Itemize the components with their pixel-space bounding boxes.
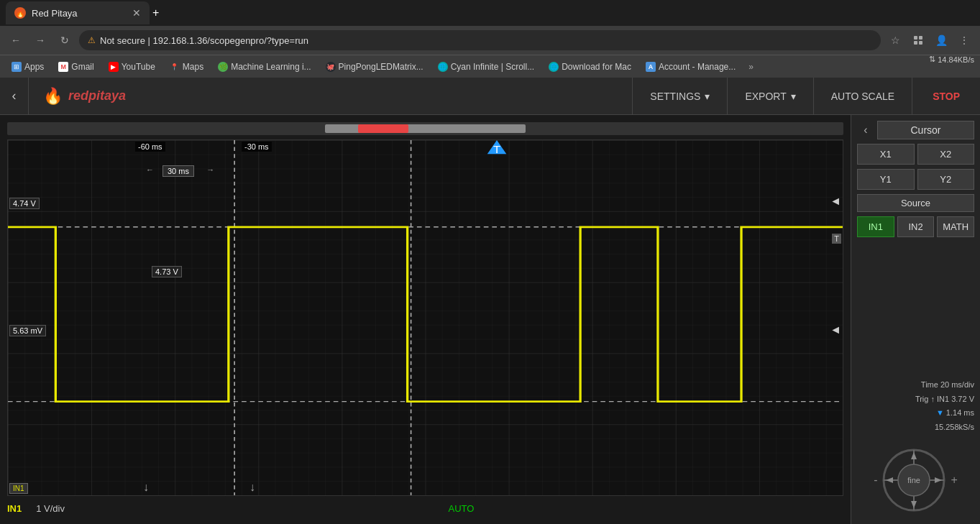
- bookmark-star-icon[interactable]: ☆: [885, 30, 905, 50]
- app-back-button[interactable]: ‹: [0, 78, 29, 115]
- y1-button[interactable]: Y1: [857, 169, 915, 190]
- trig-line-text: Trig ↑ IN1 3.72 V: [915, 395, 974, 403]
- scope-canvas[interactable]: T -60 ms -30 ms 30 ms ← → 4.74 V 4.73 V …: [7, 139, 843, 496]
- logo-text: redpitaya: [68, 88, 126, 104]
- bookmark-download-label: Download for Mac: [562, 62, 631, 72]
- dial-container: fine: [881, 448, 946, 512]
- active-tab[interactable]: 🔥 Red Pitaya ✕: [6, 1, 150, 24]
- download-favicon: 🌐: [549, 62, 559, 72]
- scope-waveform-svg: T: [8, 140, 843, 495]
- stop-label: STOP: [933, 91, 960, 102]
- auto-scale-label: AUTO SCALE: [831, 91, 894, 102]
- profile-icon[interactable]: 👤: [931, 30, 951, 50]
- reload-button[interactable]: ↻: [55, 30, 75, 50]
- voltage-cursor2-label: 4.73 V: [152, 266, 182, 277]
- back-arrow-icon: ‹: [12, 88, 17, 104]
- panel-back-button[interactable]: ‹: [857, 121, 874, 139]
- scope-stats: Time 20 ms/div Trig ↑ IN1 3.72 V ▼ 1.14 …: [857, 378, 974, 435]
- logo-area: 🔥 redpitaya: [29, 87, 632, 106]
- x2-button[interactable]: X2: [917, 144, 975, 165]
- bookmark-account[interactable]: A Account - Manage...: [640, 60, 741, 73]
- in1-source-button[interactable]: IN1: [857, 216, 894, 237]
- bookmark-maps[interactable]: 📍 Maps: [164, 60, 209, 73]
- channel-badge: IN1: [9, 483, 28, 494]
- svg-rect-3: [919, 41, 922, 45]
- bookmark-apps-label: Apps: [24, 62, 44, 72]
- auto-scale-button[interactable]: AUTO SCALE: [813, 78, 912, 115]
- bookmark-youtube[interactable]: ▶ YouTube: [103, 60, 161, 73]
- forward-button[interactable]: →: [30, 30, 50, 50]
- menu-icon[interactable]: ⋮: [954, 30, 974, 50]
- network-speed: ⇅ 14.84KB/s: [929, 55, 974, 64]
- delta-arrow: ← →: [146, 165, 214, 174]
- bookmark-ml[interactable]: 🌿 Machine Learning i...: [212, 60, 316, 73]
- dial-control-area: -: [857, 442, 974, 518]
- account-favicon: A: [646, 62, 656, 72]
- channel-label: IN1: [7, 503, 22, 514]
- bookmarks-more-button[interactable]: »: [744, 60, 758, 73]
- svg-text:T: T: [493, 144, 500, 155]
- vdiv-label: 1 V/div: [36, 503, 65, 514]
- in2-source-button[interactable]: IN2: [897, 216, 935, 237]
- cursor-panel: ‹ Cursor X1 X2 Y1 Y2 Source IN1 IN2 MATH…: [851, 115, 980, 524]
- url-text: Not secure | 192.168.1.36/scopegenpro/?t…: [100, 35, 308, 46]
- svg-marker-21: [935, 477, 942, 483]
- dial-svg[interactable]: fine: [881, 448, 946, 512]
- app-header: ‹ 🔥 redpitaya SETTINGS ▾ EXPORT ▾ AUTO S…: [0, 78, 980, 115]
- extensions-icon[interactable]: [908, 30, 928, 50]
- math-source-button[interactable]: MATH: [937, 216, 974, 237]
- right-t-label: T: [832, 234, 841, 244]
- bookmark-pingpong[interactable]: 🐙 PingPongLEDMatrix...: [320, 60, 429, 73]
- bookmark-apps[interactable]: ⊞ Apps: [6, 60, 50, 73]
- settings-chevron-icon: ▾: [705, 91, 710, 102]
- svg-marker-19: [911, 501, 917, 508]
- header-actions: SETTINGS ▾ EXPORT ▾ AUTO SCALE STOP: [632, 78, 980, 114]
- settings-button[interactable]: SETTINGS ▾: [632, 78, 727, 115]
- bookmark-cyan[interactable]: 🌐 Cyan Infinite | Scroll...: [432, 60, 541, 73]
- bookmark-youtube-label: YouTube: [122, 62, 155, 72]
- bookmark-gmail-label: Gmail: [71, 62, 93, 72]
- minus-button[interactable]: -: [874, 474, 877, 487]
- sample-rate-stat: 15.258kS/s: [857, 420, 974, 435]
- stop-button[interactable]: STOP: [912, 78, 980, 115]
- gmail-favicon: M: [58, 62, 68, 72]
- nav-bar: ← → ↻ ⚠ Not secure | 192.168.1.36/scopeg…: [0, 26, 980, 55]
- timeline-scrollbar[interactable]: [7, 122, 843, 135]
- bookmark-cyan-label: Cyan Infinite | Scroll...: [451, 62, 535, 72]
- youtube-favicon: ▶: [109, 62, 119, 72]
- voltage-low-label: 5.63 mV: [9, 325, 46, 336]
- cursor-x2-bottom: ↓: [249, 481, 255, 494]
- time-div-stat: Time 20 ms/div: [857, 378, 974, 392]
- back-button[interactable]: ←: [6, 30, 26, 50]
- panel-title: Cursor: [877, 121, 974, 139]
- voltage-high-label: 4.74 V: [9, 198, 40, 209]
- cursor-x1-bottom: ↓: [143, 481, 149, 494]
- svg-marker-18: [911, 452, 917, 459]
- trig-stat: Trig ↑ IN1 3.72 V: [857, 392, 974, 407]
- new-tab-button[interactable]: +: [152, 6, 159, 19]
- svg-rect-0: [914, 36, 917, 40]
- settings-label: SETTINGS: [650, 91, 700, 102]
- scope-footer: IN1 1 V/div AUTO: [7, 500, 843, 517]
- scroll-track: [325, 124, 526, 133]
- tab-close-button[interactable]: ✕: [132, 7, 141, 19]
- bookmark-download[interactable]: 🌐 Download for Mac: [543, 60, 637, 73]
- bookmark-account-label: Account - Manage...: [659, 62, 736, 72]
- tab-title: Red Pitaya: [32, 8, 78, 19]
- bookmark-gmail[interactable]: M Gmail: [52, 60, 99, 73]
- plus-button[interactable]: +: [951, 474, 957, 487]
- maps-favicon: 📍: [170, 62, 180, 72]
- tab-favicon: 🔥: [14, 7, 26, 19]
- nav-icons: ☆ 👤 ⋮: [885, 30, 974, 50]
- y2-button[interactable]: Y2: [917, 169, 975, 190]
- svg-text:fine: fine: [908, 476, 921, 484]
- scroll-marker: [358, 124, 408, 133]
- export-button[interactable]: EXPORT ▾: [727, 78, 812, 115]
- address-bar[interactable]: ⚠ Not secure | 192.168.1.36/scopegenpro/…: [79, 30, 881, 50]
- source-row: IN1 IN2 MATH: [857, 216, 974, 237]
- svg-rect-1: [919, 36, 922, 40]
- x1-button[interactable]: X1: [857, 144, 915, 165]
- right-level-marker-top: ◄: [830, 195, 841, 208]
- bookmark-ml-label: Machine Learning i...: [231, 62, 311, 72]
- trig-time-text: 1.14 ms: [946, 408, 974, 417]
